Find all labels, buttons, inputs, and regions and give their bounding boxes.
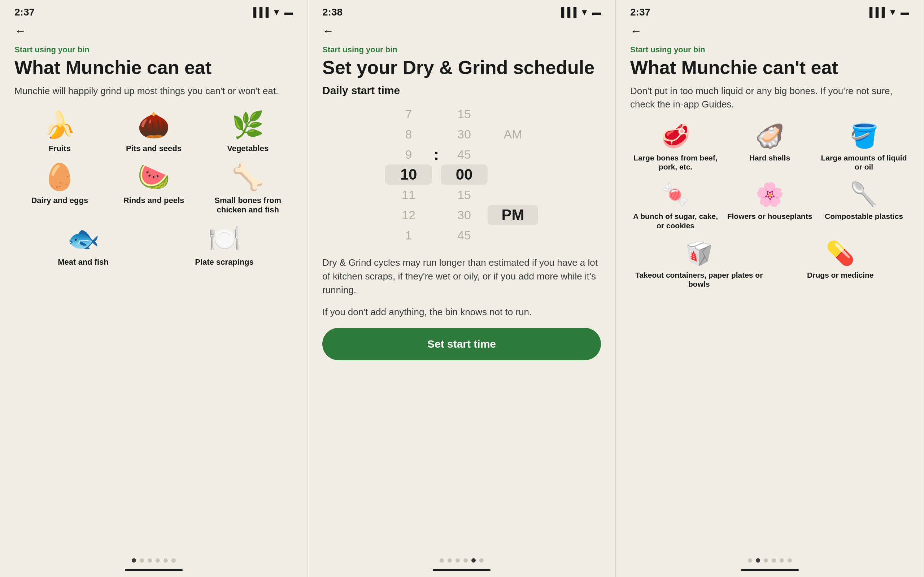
battery-icon-1: ▬ bbox=[284, 7, 293, 17]
sugar-label: A bunch of sugar, cake, or cookies bbox=[630, 212, 721, 230]
back-button-3[interactable]: ← bbox=[616, 21, 924, 42]
drum-am[interactable]: AM bbox=[488, 124, 538, 144]
dot-3-4[interactable] bbox=[780, 558, 784, 562]
drum-ampm[interactable]: AM PM bbox=[488, 124, 538, 225]
wifi-icon-1: ▼ bbox=[272, 7, 281, 17]
drum-picker[interactable]: 7 8 9 10 11 12 1 : 15 30 45 00 15 30 45 bbox=[322, 104, 601, 245]
drum-min-45b[interactable]: 45 bbox=[441, 225, 488, 245]
pits-label: Pits and seeds bbox=[126, 144, 181, 153]
dot-2-0[interactable] bbox=[439, 558, 444, 562]
dot-1-1[interactable] bbox=[140, 558, 144, 562]
screen-cant-eat: 2:37 ▐▐▐ ▼ ▬ ← Start using your bin What… bbox=[616, 0, 924, 577]
back-button-1[interactable]: ← bbox=[0, 21, 307, 42]
back-button-2[interactable]: ← bbox=[308, 21, 615, 42]
food-item-pits: 🌰 Pits and seeds bbox=[109, 108, 199, 153]
status-bar-3: 2:37 ▐▐▐ ▼ ▬ bbox=[616, 0, 924, 21]
signal-icon-3: ▐▐▐ bbox=[866, 7, 885, 17]
time-1: 2:37 bbox=[15, 6, 35, 18]
page-title-1: What Munchie can eat bbox=[15, 57, 293, 78]
set-time-button[interactable]: Set start time bbox=[322, 328, 601, 360]
vegetables-label: Vegetables bbox=[227, 144, 268, 153]
drum-hour-11[interactable]: 11 bbox=[385, 185, 432, 205]
food-item-meat: 🐟 Meat and fish bbox=[15, 222, 152, 267]
drugs-label: Drugs or medicine bbox=[807, 271, 874, 279]
dot-2-2[interactable] bbox=[456, 558, 460, 562]
liquid-icon: 🪣 bbox=[850, 121, 879, 150]
daily-start-label: Daily start time bbox=[322, 84, 601, 97]
drum-hour-7[interactable]: 7 bbox=[385, 104, 432, 124]
dot-1-3[interactable] bbox=[155, 558, 160, 562]
screen-schedule: 2:38 ▐▐▐ ▼ ▬ ← Start using your bin Set … bbox=[308, 0, 616, 577]
time-3: 2:37 bbox=[630, 6, 650, 18]
drum-min-30b[interactable]: 30 bbox=[441, 205, 488, 225]
screen-can-eat: 2:37 ▐▐▐ ▼ ▬ ← Start using your bin What… bbox=[0, 0, 308, 577]
dot-3-5[interactable] bbox=[788, 558, 792, 562]
section-label-2: Start using your bin bbox=[322, 45, 601, 55]
compostable-icon: 🥄 bbox=[850, 180, 879, 209]
drum-hours[interactable]: 7 8 9 10 11 12 1 bbox=[385, 104, 432, 245]
drum-min-30a[interactable]: 30 bbox=[441, 124, 488, 144]
large-bones-icon: 🥩 bbox=[661, 121, 690, 150]
dot-3-1[interactable] bbox=[756, 558, 760, 562]
dot-3-3[interactable] bbox=[772, 558, 776, 562]
drum-hour-1[interactable]: 1 bbox=[385, 225, 432, 245]
dot-1-2[interactable] bbox=[148, 558, 152, 562]
small-bones-icon: 🦴 bbox=[232, 161, 264, 193]
drum-min-15b[interactable]: 15 bbox=[441, 185, 488, 205]
drum-minutes[interactable]: 15 30 45 00 15 30 45 bbox=[441, 104, 488, 245]
dot-2-5[interactable] bbox=[479, 558, 484, 562]
plate-icon: 🍽️ bbox=[208, 222, 241, 255]
battery-icon-3: ▬ bbox=[901, 7, 909, 17]
drum-min-45a[interactable]: 45 bbox=[441, 144, 488, 164]
food-item-small-bones: 🦴 Small bones from chicken and fish bbox=[202, 161, 293, 215]
food-item-plate: 🍽️ Plate scrapings bbox=[155, 222, 293, 267]
cant-eat-sugar: 🍬 A bunch of sugar, cake, or cookies bbox=[630, 180, 721, 230]
dot-2-4[interactable] bbox=[472, 558, 476, 562]
dot-2-1[interactable] bbox=[447, 558, 452, 562]
drum-min-15a[interactable]: 15 bbox=[441, 104, 488, 124]
dot-1-5[interactable] bbox=[171, 558, 176, 562]
status-icons-3: ▐▐▐ ▼ ▬ bbox=[866, 7, 909, 17]
dot-2-3[interactable] bbox=[464, 558, 468, 562]
dot-1-0[interactable] bbox=[132, 558, 136, 562]
meat-icon: 🐟 bbox=[67, 222, 100, 255]
page-dots-1 bbox=[0, 551, 307, 566]
plate-label: Plate scrapings bbox=[195, 258, 254, 267]
food-item-dairy: 🥚 Dairy and eggs bbox=[15, 161, 105, 215]
cant-eat-drugs: 💊 Drugs or medicine bbox=[772, 239, 909, 288]
large-bones-label: Large bones from beef, pork, etc. bbox=[630, 153, 721, 171]
food-item-fruits: 🍌 Fruits bbox=[15, 108, 105, 153]
drum-hour-12[interactable]: 12 bbox=[385, 205, 432, 225]
dot-3-0[interactable] bbox=[748, 558, 752, 562]
status-bar-2: 2:38 ▐▐▐ ▼ ▬ bbox=[308, 0, 615, 21]
status-icons-1: ▐▐▐ ▼ ▬ bbox=[250, 7, 293, 17]
pits-icon: 🌰 bbox=[137, 108, 170, 141]
cant-eat-grid-row2: 🥡 Takeout containers, paper plates or bo… bbox=[630, 239, 909, 288]
status-icons-2: ▐▐▐ ▼ ▬ bbox=[558, 7, 601, 17]
battery-icon-2: ▬ bbox=[592, 7, 601, 17]
drugs-icon: 💊 bbox=[826, 239, 855, 268]
drum-hour-8[interactable]: 8 bbox=[385, 124, 432, 144]
cant-eat-content: Start using your bin What Munchie can't … bbox=[616, 42, 924, 551]
drum-pm[interactable]: PM bbox=[488, 205, 538, 225]
rinds-icon: 🍉 bbox=[137, 161, 170, 193]
food-grid-row3: 🐟 Meat and fish 🍽️ Plate scrapings bbox=[15, 222, 293, 267]
dot-3-2[interactable] bbox=[764, 558, 768, 562]
shells-label: Hard shells bbox=[749, 153, 790, 162]
home-indicator-2 bbox=[433, 569, 491, 571]
takeout-label: Takeout containers, paper plates or bowl… bbox=[630, 271, 768, 288]
home-indicator-1 bbox=[125, 569, 183, 571]
dairy-label: Dairy and eggs bbox=[31, 196, 88, 205]
can-eat-content: Start using your bin What Munchie can ea… bbox=[0, 42, 307, 551]
drum-hour-9[interactable]: 9 bbox=[385, 144, 432, 164]
flowers-icon: 🌸 bbox=[756, 180, 784, 209]
cant-eat-shells: 🦪 Hard shells bbox=[724, 121, 815, 171]
schedule-info-1: Dry & Grind cycles may run longer than e… bbox=[322, 256, 601, 297]
dot-1-4[interactable] bbox=[163, 558, 168, 562]
section-label-3: Start using your bin bbox=[630, 45, 909, 55]
home-indicator-3 bbox=[741, 569, 799, 571]
drum-hour-10[interactable]: 10 bbox=[385, 164, 432, 185]
time-2: 2:38 bbox=[322, 6, 342, 18]
signal-icon-2: ▐▐▐ bbox=[558, 7, 577, 17]
drum-min-00[interactable]: 00 bbox=[441, 164, 488, 185]
